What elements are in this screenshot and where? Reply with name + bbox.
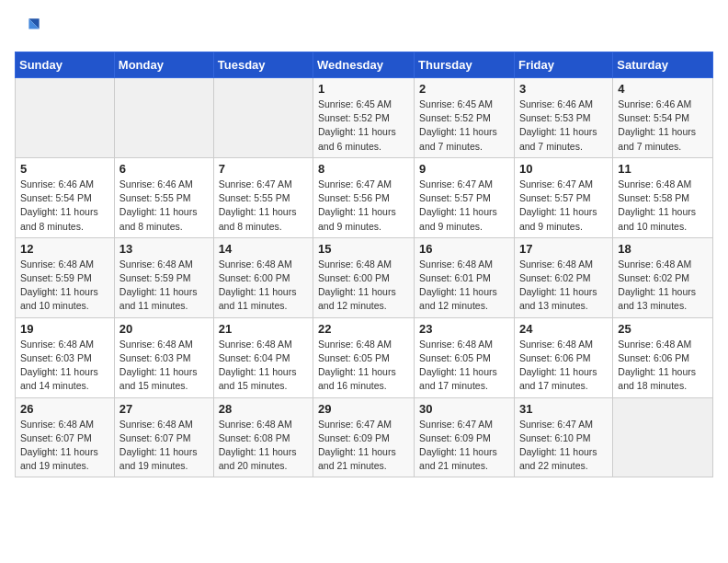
cell-info: Sunrise: 6:48 AM Sunset: 6:02 PM Dayligh…	[618, 258, 708, 314]
day-number: 28	[219, 402, 308, 416]
calendar-cell: 18Sunrise: 6:48 AM Sunset: 6:02 PM Dayli…	[613, 237, 713, 317]
day-number: 7	[219, 162, 308, 176]
day-number: 14	[219, 242, 308, 256]
calendar-cell: 8Sunrise: 6:47 AM Sunset: 5:56 PM Daylig…	[313, 157, 415, 237]
day-number: 2	[419, 82, 509, 96]
cell-info: Sunrise: 6:46 AM Sunset: 5:55 PM Dayligh…	[119, 178, 209, 234]
cell-info: Sunrise: 6:47 AM Sunset: 5:57 PM Dayligh…	[419, 178, 509, 234]
day-number: 12	[20, 242, 109, 256]
cell-info: Sunrise: 6:48 AM Sunset: 6:03 PM Dayligh…	[20, 338, 109, 394]
day-number: 19	[20, 322, 109, 336]
logo-icon	[15, 15, 40, 40]
day-number: 13	[119, 242, 209, 256]
calendar-cell: 11Sunrise: 6:48 AM Sunset: 5:58 PM Dayli…	[613, 157, 713, 237]
cell-info: Sunrise: 6:46 AM Sunset: 5:53 PM Dayligh…	[519, 98, 608, 154]
cell-info: Sunrise: 6:48 AM Sunset: 6:00 PM Dayligh…	[318, 258, 409, 314]
calendar-cell: 23Sunrise: 6:48 AM Sunset: 6:05 PM Dayli…	[415, 317, 515, 397]
logo	[15, 15, 44, 40]
calendar-cell: 10Sunrise: 6:47 AM Sunset: 5:57 PM Dayli…	[514, 157, 612, 237]
cell-info: Sunrise: 6:47 AM Sunset: 6:09 PM Dayligh…	[318, 418, 409, 474]
calendar-cell: 16Sunrise: 6:48 AM Sunset: 6:01 PM Dayli…	[415, 237, 515, 317]
day-number: 22	[318, 322, 409, 336]
day-of-week-header: Tuesday	[213, 52, 313, 78]
calendar-cell	[213, 78, 313, 158]
day-number: 29	[318, 402, 409, 416]
day-number: 27	[119, 402, 209, 416]
cell-info: Sunrise: 6:48 AM Sunset: 6:03 PM Dayligh…	[119, 338, 209, 394]
calendar-cell: 14Sunrise: 6:48 AM Sunset: 6:00 PM Dayli…	[213, 237, 313, 317]
calendar-cell: 2Sunrise: 6:45 AM Sunset: 5:52 PM Daylig…	[415, 78, 515, 158]
calendar-week-row: 26Sunrise: 6:48 AM Sunset: 6:07 PM Dayli…	[16, 397, 713, 477]
day-number: 1	[318, 82, 409, 96]
calendar-cell	[16, 78, 115, 158]
day-number: 9	[419, 162, 509, 176]
cell-info: Sunrise: 6:46 AM Sunset: 5:54 PM Dayligh…	[20, 178, 109, 234]
calendar-cell: 13Sunrise: 6:48 AM Sunset: 5:59 PM Dayli…	[114, 237, 213, 317]
day-number: 20	[119, 322, 209, 336]
day-number: 26	[20, 402, 109, 416]
calendar-cell: 1Sunrise: 6:45 AM Sunset: 5:52 PM Daylig…	[313, 78, 415, 158]
day-of-week-header: Thursday	[415, 52, 515, 78]
calendar-cell: 7Sunrise: 6:47 AM Sunset: 5:55 PM Daylig…	[213, 157, 313, 237]
calendar-cell: 6Sunrise: 6:46 AM Sunset: 5:55 PM Daylig…	[114, 157, 213, 237]
calendar-cell: 31Sunrise: 6:47 AM Sunset: 6:10 PM Dayli…	[514, 397, 612, 477]
cell-info: Sunrise: 6:48 AM Sunset: 5:58 PM Dayligh…	[618, 178, 708, 234]
calendar-cell: 22Sunrise: 6:48 AM Sunset: 6:05 PM Dayli…	[313, 317, 415, 397]
calendar-cell: 9Sunrise: 6:47 AM Sunset: 5:57 PM Daylig…	[415, 157, 515, 237]
day-of-week-header: Friday	[514, 52, 612, 78]
calendar-cell: 15Sunrise: 6:48 AM Sunset: 6:00 PM Dayli…	[313, 237, 415, 317]
day-number: 17	[519, 242, 608, 256]
day-number: 23	[419, 322, 509, 336]
cell-info: Sunrise: 6:48 AM Sunset: 6:04 PM Dayligh…	[219, 338, 308, 394]
cell-info: Sunrise: 6:48 AM Sunset: 6:06 PM Dayligh…	[618, 338, 708, 394]
cell-info: Sunrise: 6:48 AM Sunset: 5:59 PM Dayligh…	[119, 258, 209, 314]
calendar-cell: 24Sunrise: 6:48 AM Sunset: 6:06 PM Dayli…	[514, 317, 612, 397]
day-number: 5	[20, 162, 109, 176]
calendar-week-row: 1Sunrise: 6:45 AM Sunset: 5:52 PM Daylig…	[16, 78, 713, 158]
day-number: 30	[419, 402, 509, 416]
calendar-cell: 4Sunrise: 6:46 AM Sunset: 5:54 PM Daylig…	[613, 78, 713, 158]
cell-info: Sunrise: 6:48 AM Sunset: 6:02 PM Dayligh…	[519, 258, 608, 314]
calendar-cell: 3Sunrise: 6:46 AM Sunset: 5:53 PM Daylig…	[514, 78, 612, 158]
cell-info: Sunrise: 6:48 AM Sunset: 6:05 PM Dayligh…	[419, 338, 509, 394]
calendar-cell: 29Sunrise: 6:47 AM Sunset: 6:09 PM Dayli…	[313, 397, 415, 477]
cell-info: Sunrise: 6:48 AM Sunset: 6:07 PM Dayligh…	[119, 418, 209, 474]
calendar-cell: 20Sunrise: 6:48 AM Sunset: 6:03 PM Dayli…	[114, 317, 213, 397]
day-of-week-header: Saturday	[613, 52, 713, 78]
calendar-cell: 26Sunrise: 6:48 AM Sunset: 6:07 PM Dayli…	[16, 397, 115, 477]
cell-info: Sunrise: 6:45 AM Sunset: 5:52 PM Dayligh…	[318, 98, 409, 154]
cell-info: Sunrise: 6:48 AM Sunset: 5:59 PM Dayligh…	[20, 258, 109, 314]
calendar-cell: 17Sunrise: 6:48 AM Sunset: 6:02 PM Dayli…	[514, 237, 612, 317]
calendar-week-row: 5Sunrise: 6:46 AM Sunset: 5:54 PM Daylig…	[16, 157, 713, 237]
calendar-week-row: 12Sunrise: 6:48 AM Sunset: 5:59 PM Dayli…	[16, 237, 713, 317]
calendar-cell: 27Sunrise: 6:48 AM Sunset: 6:07 PM Dayli…	[114, 397, 213, 477]
cell-info: Sunrise: 6:48 AM Sunset: 6:06 PM Dayligh…	[519, 338, 608, 394]
cell-info: Sunrise: 6:48 AM Sunset: 6:01 PM Dayligh…	[419, 258, 509, 314]
day-number: 18	[618, 242, 708, 256]
day-number: 24	[519, 322, 608, 336]
calendar-cell	[114, 78, 213, 158]
day-of-week-header: Wednesday	[313, 52, 415, 78]
cell-info: Sunrise: 6:48 AM Sunset: 6:00 PM Dayligh…	[219, 258, 308, 314]
day-number: 15	[318, 242, 409, 256]
cell-info: Sunrise: 6:46 AM Sunset: 5:54 PM Dayligh…	[618, 98, 708, 154]
cell-info: Sunrise: 6:48 AM Sunset: 6:05 PM Dayligh…	[318, 338, 409, 394]
cell-info: Sunrise: 6:47 AM Sunset: 6:09 PM Dayligh…	[419, 418, 509, 474]
page-header	[15, 15, 713, 40]
day-number: 6	[119, 162, 209, 176]
cell-info: Sunrise: 6:47 AM Sunset: 5:57 PM Dayligh…	[519, 178, 608, 234]
calendar-header-row: SundayMondayTuesdayWednesdayThursdayFrid…	[16, 52, 713, 78]
day-of-week-header: Monday	[114, 52, 213, 78]
calendar-cell: 28Sunrise: 6:48 AM Sunset: 6:08 PM Dayli…	[213, 397, 313, 477]
calendar-cell: 12Sunrise: 6:48 AM Sunset: 5:59 PM Dayli…	[16, 237, 115, 317]
cell-info: Sunrise: 6:47 AM Sunset: 5:55 PM Dayligh…	[219, 178, 308, 234]
calendar-cell: 19Sunrise: 6:48 AM Sunset: 6:03 PM Dayli…	[16, 317, 115, 397]
cell-info: Sunrise: 6:45 AM Sunset: 5:52 PM Dayligh…	[419, 98, 509, 154]
day-number: 11	[618, 162, 708, 176]
calendar-cell: 21Sunrise: 6:48 AM Sunset: 6:04 PM Dayli…	[213, 317, 313, 397]
day-number: 3	[519, 82, 608, 96]
day-number: 25	[618, 322, 708, 336]
cell-info: Sunrise: 6:47 AM Sunset: 5:56 PM Dayligh…	[318, 178, 409, 234]
cell-info: Sunrise: 6:48 AM Sunset: 6:08 PM Dayligh…	[219, 418, 308, 474]
cell-info: Sunrise: 6:47 AM Sunset: 6:10 PM Dayligh…	[519, 418, 608, 474]
